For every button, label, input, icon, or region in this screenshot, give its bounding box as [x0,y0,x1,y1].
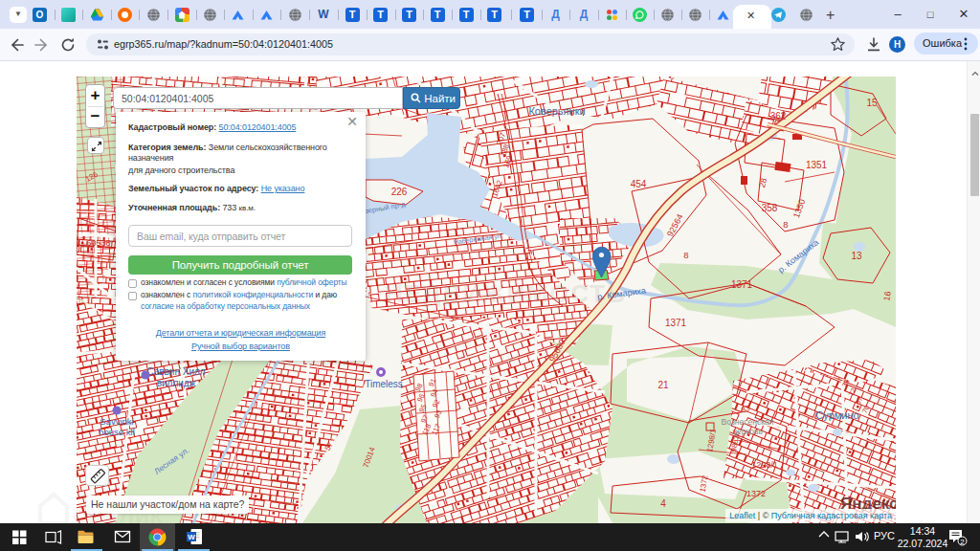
svg-text:Сурмино: Сурмино [815,409,858,421]
svg-text:1298/1: 1298/1 [751,460,778,470]
svg-text:2: 2 [960,538,965,546]
svg-text:13: 13 [851,251,862,261]
svg-text:226: 226 [391,187,408,197]
svg-text:W: W [188,533,195,541]
svg-text:15: 15 [866,98,878,108]
svg-text:НЕДВИЖИМОСТЬ: НЕДВИЖИМОСТЬ [385,279,627,308]
svg-text:358: 358 [762,203,778,213]
svg-text:виллидж: виллидж [157,378,196,388]
svg-text:362: 362 [770,111,787,121]
svg-text:церковь: церковь [732,427,763,436]
svg-text:60538: 60538 [86,238,110,248]
svg-text:1371: 1371 [665,318,687,328]
svg-text:1371: 1371 [731,279,753,290]
svg-text:Savvinki: Savvinki [100,416,133,427]
svg-text:4: 4 [660,498,666,509]
svg-text:454: 454 [631,179,647,189]
svg-text:Саввин Хилл: Саввин Хилл [146,366,205,377]
svg-text:Коверьянки: Коверьянки [528,105,585,117]
svg-text:Timeless: Timeless [365,379,403,389]
svg-text:1351: 1351 [806,160,828,170]
svg-text:Вознесенская: Вознесенская [722,417,774,427]
svg-text:21: 21 [657,380,669,390]
svg-text:1372: 1372 [746,489,766,498]
svg-text:house kll: house kll [99,427,135,437]
svg-text:8: 8 [683,250,688,260]
svg-text:8: 8 [783,219,788,230]
svg-text:16: 16 [881,291,893,302]
